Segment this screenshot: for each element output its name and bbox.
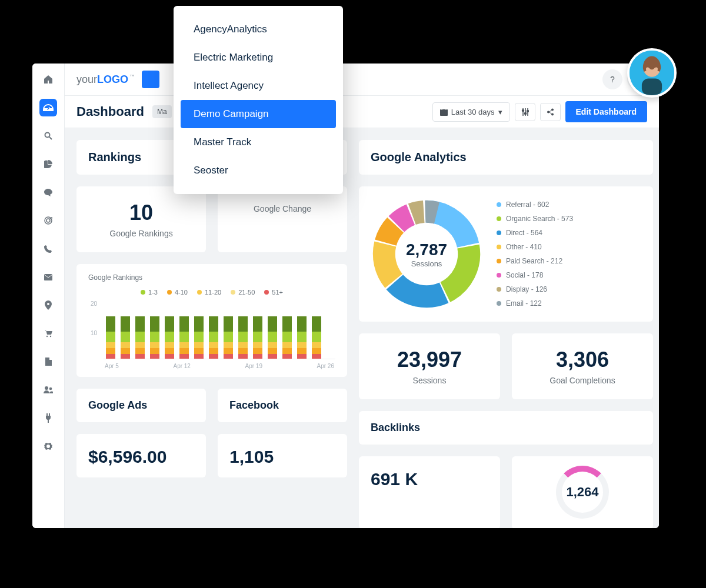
page-title: Dashboard (76, 104, 144, 119)
file-icon[interactable] (39, 353, 57, 370)
home-icon[interactable] (39, 71, 57, 88)
plug-icon[interactable] (39, 409, 57, 427)
bar-chart-canvas (104, 300, 335, 359)
svg-point-9 (522, 109, 524, 111)
svg-rect-17 (642, 79, 662, 96)
google-change-stat: Google Change (218, 186, 347, 252)
rankings-chart: Google Rankings 1-34-1011-2021-5051+ 20 … (76, 264, 347, 377)
svg-point-5 (50, 336, 51, 337)
gear-icon[interactable] (39, 437, 57, 455)
svg-point-11 (527, 110, 528, 112)
sidebar (32, 64, 65, 528)
google-ads-value: $6,596.00 (76, 434, 206, 477)
dropdown-item[interactable]: Seoster (174, 156, 343, 185)
dropdown-item[interactable]: Demo Campaign (181, 100, 336, 128)
main-area: yourLOGO™ ? Dashboard Ma Last 30 days ▾ (65, 64, 659, 528)
settings-button[interactable] (515, 103, 535, 121)
google-ads-header: Google Ads (76, 389, 206, 422)
svg-point-4 (46, 336, 48, 337)
google-rankings-stat: 10 Google Rankings (76, 186, 206, 252)
svg-point-12 (547, 111, 550, 113)
x-axis: Apr 5Apr 12Apr 19Apr 26 (104, 363, 335, 369)
svg-point-10 (524, 112, 526, 114)
backlinks-gauge: 1,264 (512, 456, 653, 528)
search-icon[interactable] (39, 127, 57, 145)
dropdown-item[interactable]: Electric Marketing (174, 44, 343, 72)
svg-rect-8 (440, 109, 448, 116)
cart-icon[interactable] (39, 325, 57, 342)
avatar[interactable] (627, 48, 677, 98)
dropdown-item[interactable]: Intellect Agency (174, 72, 343, 100)
chat-icon[interactable] (39, 183, 57, 201)
date-range-button[interactable]: Last 30 days ▾ (432, 102, 510, 122)
topbar: yourLOGO™ ? (65, 64, 659, 96)
phone-icon[interactable] (39, 240, 57, 258)
dropdown-item[interactable]: Master Track (174, 128, 343, 156)
donut-chart: 2,787 Sessions (371, 198, 482, 310)
edit-dashboard-button[interactable]: Edit Dashboard (565, 101, 647, 122)
campaign-tag[interactable]: Ma (152, 105, 172, 118)
app-window: yourLOGO™ ? Dashboard Ma Last 30 days ▾ (32, 64, 659, 528)
left-column: Rankings 10 Google Rankings Google Chang… (76, 140, 347, 528)
analytics-header: Google Analytics (359, 140, 653, 175)
dashboard-icon[interactable] (39, 99, 57, 116)
chevron-down-icon: ▾ (498, 108, 502, 116)
chart-legend: 1-34-1011-2021-5051+ (88, 289, 335, 296)
donut-legend: Referral - 602Organic Search - 573Direct… (497, 201, 573, 308)
target-icon[interactable] (39, 212, 57, 229)
sessions-donut-card: 2,787 Sessions Referral - 602Organic Sea… (359, 186, 653, 322)
pie-chart-icon[interactable] (39, 155, 57, 173)
sessions-stat: 23,997 Sessions (359, 333, 500, 399)
svg-point-0 (45, 133, 50, 138)
share-icon (547, 108, 554, 116)
right-column: Google Analytics 2,787 Sessions Referral… (359, 140, 653, 528)
facebook-header: Facebook (218, 389, 347, 422)
svg-point-6 (45, 386, 48, 390)
share-button[interactable] (540, 103, 561, 121)
backlinks-header: Backlinks (359, 411, 653, 445)
calendar-icon (440, 108, 448, 116)
location-icon[interactable] (39, 296, 57, 314)
facebook-value: 1,105 (218, 434, 347, 477)
header-bar: Dashboard Ma Last 30 days ▾ Edit Dashboa… (65, 96, 659, 128)
content: Rankings 10 Google Rankings Google Chang… (65, 128, 659, 528)
backlinks-value: 691 K (359, 456, 500, 528)
goal-completions-stat: 3,306 Goal Completions (512, 333, 653, 399)
users-icon[interactable] (39, 381, 57, 399)
campaign-dropdown[interactable]: AgencyAnalyticsElectric MarketingIntelle… (174, 6, 343, 194)
mail-icon[interactable] (39, 268, 57, 286)
svg-point-7 (49, 387, 52, 390)
dropdown-item[interactable]: AgencyAnalytics (174, 15, 343, 44)
logo: yourLOGO™ (76, 74, 135, 86)
help-icon[interactable]: ? (602, 69, 622, 89)
campaign-switch-button[interactable] (142, 71, 159, 88)
sliders-icon (521, 108, 529, 116)
